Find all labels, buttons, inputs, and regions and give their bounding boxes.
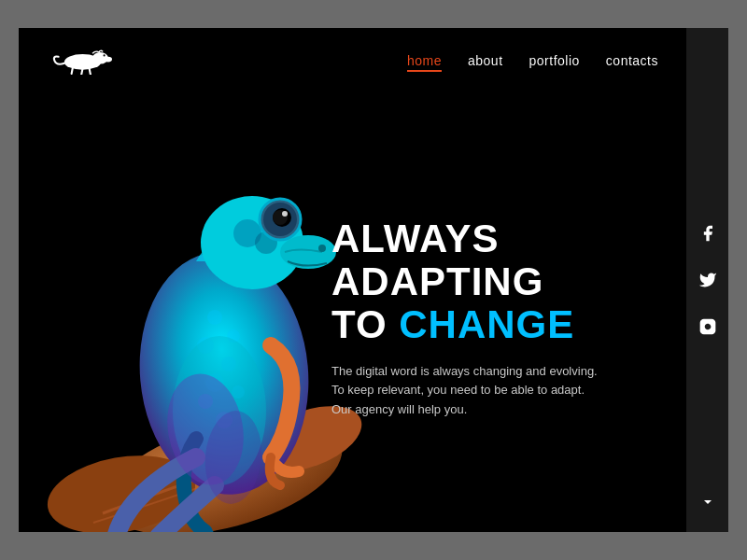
hero-subtitle: The digital word is always changing and … — [331, 362, 649, 420]
hero-title-line1: ALWAYS ADAPTING — [331, 217, 543, 303]
svg-line-5 — [72, 67, 73, 74]
right-sidebar — [686, 28, 728, 532]
hero-title-line2: TO CHANGE — [331, 302, 574, 346]
navbar: home about portfolio contacts — [19, 28, 686, 93]
hero-title: ALWAYS ADAPTING TO CHANGE — [331, 217, 649, 347]
logo-icon — [47, 47, 112, 75]
facebook-icon[interactable] — [695, 220, 721, 246]
chameleon-image — [19, 75, 383, 532]
nav-portfolio[interactable]: portfolio — [529, 53, 580, 68]
svg-point-29 — [280, 235, 336, 269]
page-wrapper: home about portfolio contacts — [19, 28, 728, 532]
svg-point-12 — [207, 310, 222, 325]
svg-point-30 — [318, 245, 326, 252]
logo — [47, 47, 112, 75]
nav-about[interactable]: about — [468, 53, 503, 68]
svg-line-7 — [90, 68, 91, 75]
svg-point-27 — [282, 211, 288, 217]
svg-point-4 — [105, 57, 112, 63]
scroll-down-button[interactable] — [695, 489, 721, 515]
main-content: home about portfolio contacts — [19, 28, 686, 532]
svg-line-6 — [81, 68, 82, 75]
nav-contacts[interactable]: contacts — [606, 53, 658, 68]
nav-home[interactable]: home — [407, 53, 442, 68]
nav-links: home about portfolio contacts — [407, 53, 658, 68]
svg-point-3 — [104, 54, 106, 56]
hero-text: ALWAYS ADAPTING TO CHANGE The digital wo… — [331, 217, 649, 420]
instagram-icon[interactable] — [695, 314, 721, 340]
twitter-icon[interactable] — [695, 267, 721, 293]
